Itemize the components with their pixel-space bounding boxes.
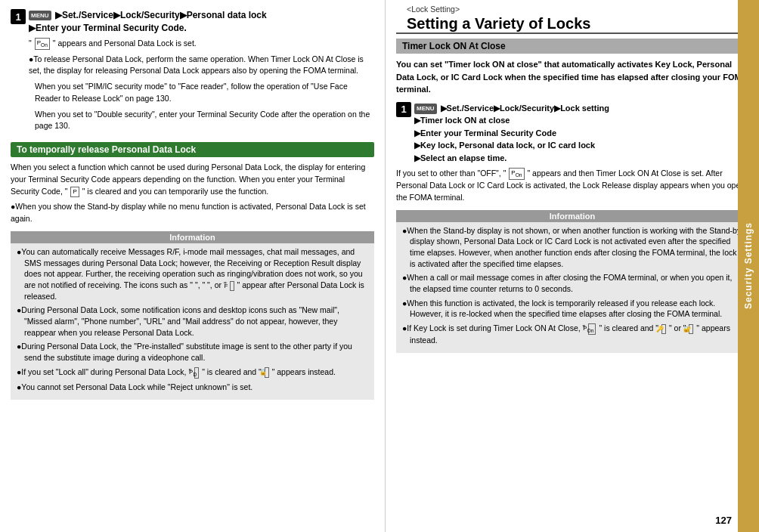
right-key-icon2: 🔑 xyxy=(661,324,666,334)
sidebar-tab-text: Security Settings xyxy=(743,222,754,309)
temp-release-bullet: ●When you show the Stand-by display whil… xyxy=(11,201,374,225)
left-info-item-0: ●You can automatically receive Messages … xyxy=(17,246,368,302)
sidebar-tab: Security Settings xyxy=(738,0,759,532)
right-key-icon3: 🔐 xyxy=(689,324,693,334)
right-info-item-2: ●When this function is activated, the lo… xyxy=(402,298,742,320)
right-timer-icon: POn xyxy=(509,168,524,180)
step-1-row: 1 MENU ▶Set./Service▶Lock/Security▶Perso… xyxy=(11,9,374,136)
intro-bold-text: You can set "Timer lock ON at close" tha… xyxy=(396,58,748,96)
step-1-sub-text: " POn " appears and Personal Data Lock i… xyxy=(29,38,374,50)
right-header-large: Setting a Variety of Locks xyxy=(396,14,748,34)
right-step-1-row: 1 MENU ▶Set./Service▶Lock/Security▶Lock … xyxy=(396,102,748,165)
right-key-icon: POn xyxy=(588,323,596,335)
f-icon: F xyxy=(230,281,234,291)
right-panel-content: <Lock Setting> Setting a Variety of Lock… xyxy=(386,0,759,368)
p-icon2: PD xyxy=(194,367,199,379)
lock-icon-inline: POn xyxy=(35,38,50,50)
right-info-item-3: ●If Key Lock is set during Timer Lock ON… xyxy=(402,323,742,345)
left-info-box: Information ●You can automatically recei… xyxy=(11,231,374,400)
right-step-1-content: MENU ▶Set./Service▶Lock/Security▶Lock se… xyxy=(414,102,748,165)
right-step-1-number: 1 xyxy=(396,102,411,117)
section-heading-temp-release: To temporally release Personal Data Lock xyxy=(11,142,374,157)
step-1-bullet1: ●To release Personal Data Lock, perform … xyxy=(29,54,374,78)
left-panel: 1 MENU ▶Set./Service▶Lock/Security▶Perso… xyxy=(0,0,386,532)
right-info-title: Information xyxy=(396,210,748,222)
right-menu-icon: MENU xyxy=(414,104,437,114)
right-desc-text: If you set to other than "OFF", " POn " … xyxy=(396,168,748,204)
page-number: 127 xyxy=(715,515,732,526)
timer-lock-bar: Timer Lock ON At Close xyxy=(396,39,748,54)
step-1-main-text: MENU ▶Set./Service▶Lock/Security▶Persona… xyxy=(29,9,374,35)
p-icon-inline: P xyxy=(70,187,79,197)
left-info-item-1: ●During Personal Data Lock, some notific… xyxy=(17,305,368,338)
right-header-small: <Lock Setting> xyxy=(396,0,748,14)
right-info-item-1: ●When a call or mail message comes in af… xyxy=(402,272,742,294)
temp-release-para1: When you select a function which cannot … xyxy=(11,162,374,197)
left-info-title: Information xyxy=(11,231,374,243)
left-info-item-3: ●If you set "Lock all" during Personal D… xyxy=(17,367,368,379)
right-panel: <Lock Setting> Setting a Variety of Lock… xyxy=(386,0,759,532)
right-info-item-0: ●When the Stand-by display is not shown,… xyxy=(402,225,742,270)
step-1-number: 1 xyxy=(11,9,26,24)
right-info-box: Information ●When the Stand-by display i… xyxy=(396,210,748,354)
left-info-item-2: ●During Personal Data Lock, the "Pre-ins… xyxy=(17,341,368,363)
step-1-content: MENU ▶Set./Service▶Lock/Security▶Persona… xyxy=(29,9,374,136)
step-1-bullet1b: When you set "PIM/IC security mode" to "… xyxy=(35,81,374,105)
lock-all-icon: 🔒 xyxy=(265,367,269,377)
step-1-bullet1c: When you set to "Double security", enter… xyxy=(35,109,374,133)
left-info-item-4: ●You cannot set Personal Data Lock while… xyxy=(17,382,368,393)
menu-icon: MENU xyxy=(29,11,51,20)
